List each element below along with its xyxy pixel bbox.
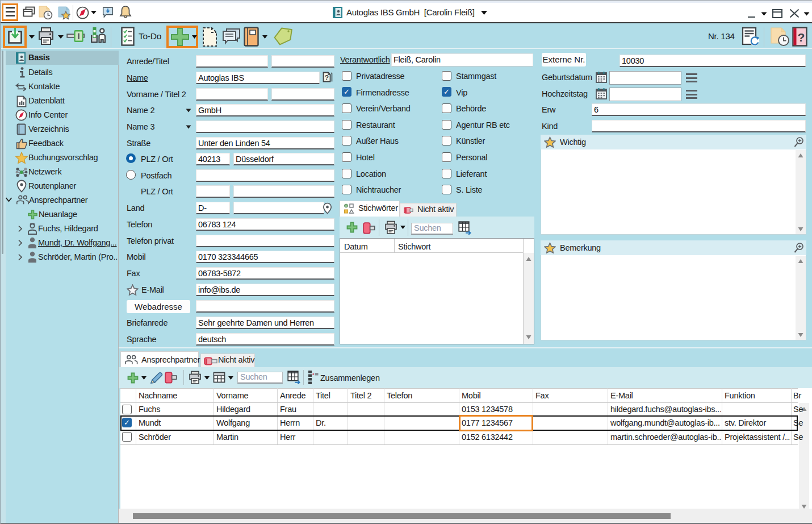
svg-text:?: ?	[798, 31, 805, 44]
svg-text:?: ?	[325, 74, 329, 82]
